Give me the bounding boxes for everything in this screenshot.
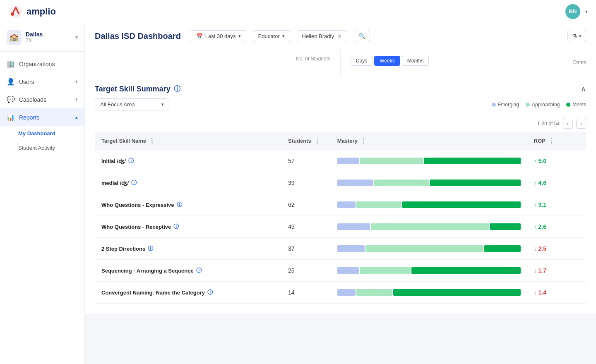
- table-row: Sequencing - Arranging a Sequence ⓘ 25 ↓…: [95, 260, 586, 282]
- prev-page-button[interactable]: ‹: [563, 119, 573, 129]
- skill-name: Who Questions - Expressive ⓘ: [101, 201, 275, 208]
- role-filter-label: Educator: [258, 33, 280, 39]
- sidebar-nav: 🏢 Organizations 👤 Users ▾ 💬 Caseloads ▾: [0, 52, 84, 162]
- date-filter-chevron: ▾: [238, 34, 241, 39]
- legend-meets: Meets: [566, 102, 586, 108]
- filter-icon-button[interactable]: ⚗ ▾: [567, 30, 586, 42]
- toggle-days[interactable]: Days: [351, 56, 372, 66]
- rop-value: ↑ 4.6: [534, 180, 579, 186]
- students-count: 45: [288, 223, 295, 230]
- search-icon: 🔍: [358, 33, 365, 39]
- skill-name-cell: Sequencing - Arranging a Sequence ⓘ: [95, 260, 281, 282]
- approaching-seg: [356, 201, 402, 208]
- skill-info-icon[interactable]: ⓘ: [177, 201, 182, 208]
- skill-students-cell: 62: [281, 194, 331, 216]
- approaching-label: Approaching: [532, 102, 560, 108]
- user-menu-chevron[interactable]: ▾: [585, 9, 588, 14]
- skill-name-cell: Who Questions - Receptive ⓘ: [95, 216, 281, 238]
- meets-seg: [430, 180, 520, 186]
- rop-number: 2.6: [538, 223, 546, 230]
- skill-name: Convergent Naming: Name the Category ⓘ: [101, 289, 275, 296]
- skill-info-icon[interactable]: ⓘ: [207, 289, 213, 296]
- skill-mastery-cell: [331, 238, 527, 260]
- students-count: 37: [288, 245, 295, 252]
- user-avatar[interactable]: BN: [565, 4, 580, 19]
- dashboard-title: Dallas ISD Dashboard: [95, 31, 181, 41]
- skill-name: Who Questions - Receptive ⓘ: [101, 223, 275, 230]
- sidebar-item-reports[interactable]: 📊 Reports ▴: [0, 108, 84, 126]
- sidebar-item-users[interactable]: 👤 Users ▾: [0, 73, 84, 91]
- logo-icon: [8, 4, 23, 19]
- next-page-button[interactable]: ›: [576, 119, 586, 129]
- logo[interactable]: amplio: [8, 4, 56, 19]
- educator-filter-tag: Hellen Bradly ✕: [297, 30, 347, 42]
- toggle-months[interactable]: Months: [402, 56, 429, 66]
- skill-students-cell: 45: [281, 216, 331, 238]
- col-rop-menu[interactable]: ⋮: [548, 137, 555, 145]
- skill-info-icon[interactable]: ⓘ: [128, 157, 134, 165]
- rop-arrow: ↑: [534, 223, 537, 230]
- rop-arrow: ↓: [534, 267, 537, 274]
- users-icon: 👤: [7, 78, 15, 86]
- skill-info-icon[interactable]: ⓘ: [148, 245, 153, 252]
- section-info-icon[interactable]: ⓘ: [174, 85, 180, 93]
- focus-area-dropdown[interactable]: All Focus Area ▾: [95, 98, 169, 110]
- skill-mastery-cell: [331, 172, 527, 194]
- sidebar-sub-student-activity[interactable]: Student Activity: [0, 141, 84, 155]
- emerging-dot: [492, 103, 496, 107]
- emerging-seg: [337, 245, 365, 252]
- mastery-bar: [337, 266, 521, 275]
- meets-seg: [424, 158, 521, 164]
- skill-rop-cell: ↓ 1.4: [527, 282, 586, 304]
- chart-right: Days Weeks Months Dates: [341, 49, 596, 76]
- skill-info-icon[interactable]: ⓘ: [196, 267, 202, 274]
- logo-text: amplio: [26, 6, 56, 17]
- calendar-icon: 📅: [196, 33, 203, 39]
- chart-left-label: No. of Students: [95, 56, 330, 62]
- students-count: 25: [288, 267, 295, 274]
- skill-name-cell: Convergent Naming: Name the Category ⓘ: [95, 282, 281, 304]
- skill-rop-cell: ↑ 3.1: [527, 194, 586, 216]
- top-navigation: amplio BN ▾: [0, 0, 596, 23]
- section-title: Target Skill Summary ⓘ: [95, 85, 180, 93]
- students-count: 57: [288, 158, 295, 164]
- col-mastery-menu[interactable]: ⋮: [360, 137, 367, 145]
- skill-students-cell: 37: [281, 238, 331, 260]
- sidebar-item-organizations[interactable]: 🏢 Organizations: [0, 55, 84, 73]
- sidebar-sub-my-dashboard[interactable]: My Dashboard: [0, 126, 84, 141]
- section-collapse-button[interactable]: ∧: [581, 84, 586, 93]
- district-selector[interactable]: 🏫 Dallas TX ▾: [0, 23, 84, 52]
- search-button[interactable]: 🔍: [354, 30, 370, 42]
- students-count: 14: [288, 289, 295, 296]
- educator-filter-label: Hellen Bradly: [302, 33, 334, 39]
- date-filter-button[interactable]: 📅 Last 30 days ▾: [191, 30, 246, 42]
- chart-left: No. of Students: [85, 49, 341, 76]
- sidebar-label-caseloads: Caseloads: [19, 96, 46, 103]
- table-row: Who Questions - Receptive ⓘ 45 ↑ 2.6: [95, 216, 586, 238]
- app-layout: 🏫 Dallas TX ▾ 🏢 Organizations 👤 Users: [0, 0, 596, 364]
- skill-name-cell: Who Questions - Expressive ⓘ: [95, 194, 281, 216]
- toggle-weeks[interactable]: Weeks: [374, 56, 400, 66]
- sidebar-item-caseloads[interactable]: 💬 Caseloads ▾: [0, 91, 84, 108]
- table-row: Convergent Naming: Name the Category ⓘ 1…: [95, 282, 586, 304]
- rop-number: 2.5: [538, 245, 546, 252]
- rop-number: 5.0: [538, 158, 546, 164]
- emerging-seg: [337, 201, 356, 208]
- rop-number: 3.1: [538, 201, 546, 208]
- col-students-menu[interactable]: ⋮: [314, 137, 320, 145]
- table-header-row: Target Skill Name ⋮ Students ⋮: [95, 132, 586, 150]
- col-name-menu[interactable]: ⋮: [149, 137, 155, 145]
- skill-mastery-cell: [331, 282, 527, 304]
- skill-info-icon[interactable]: ⓘ: [131, 179, 137, 187]
- skill-mastery-cell: [331, 150, 527, 172]
- skill-name: Sequencing - Arranging a Sequence ⓘ: [101, 267, 275, 274]
- skill-name: initial /ʤ/ ⓘ: [101, 157, 275, 165]
- educator-filter-close[interactable]: ✕: [337, 33, 342, 39]
- role-filter-button[interactable]: Educator ▾: [253, 30, 290, 42]
- focus-area-chevron: ▾: [161, 102, 164, 107]
- section-controls: All Focus Area ▾ Emerging Approaching Me…: [85, 98, 596, 115]
- skill-students-cell: 14: [281, 282, 331, 304]
- skill-info-icon[interactable]: ⓘ: [173, 223, 179, 230]
- mastery-bar: [337, 288, 521, 297]
- skill-mastery-cell: [331, 260, 527, 282]
